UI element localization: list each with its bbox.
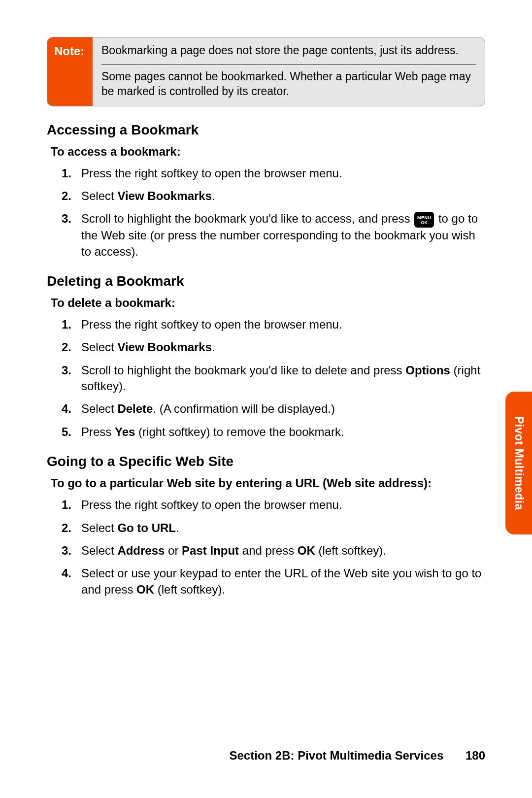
note-label: Note:: [47, 37, 93, 106]
step-text: Press: [81, 425, 115, 438]
step-text: Select: [81, 521, 117, 534]
note-divider: [101, 64, 476, 65]
list-item: 3.Select Address or Past Input and press…: [81, 543, 485, 559]
note-content: Bookmarking a page does not store the pa…: [93, 37, 485, 106]
step-bold: Yes: [115, 425, 135, 438]
subheading-going: To go to a particular Web site by enteri…: [51, 476, 485, 490]
steps-going: 1.Press the right softkey to open the br…: [47, 497, 485, 598]
step-text: or: [165, 544, 182, 557]
subheading-deleting: To delete a bookmark:: [51, 296, 485, 310]
step-text: Scroll to highlight the bookmark you'd l…: [81, 212, 413, 225]
step-text: (left softkey).: [154, 583, 225, 596]
list-item: 4.Select or use your keypad to enter the…: [81, 565, 485, 598]
step-bold: Delete: [117, 402, 153, 415]
step-bold: Past Input: [182, 544, 239, 557]
step-text: .: [176, 521, 179, 534]
icon-line1: MENU: [417, 216, 432, 220]
page-content: Note: Bookmarking a page does not store …: [0, 0, 532, 598]
footer: Section 2B: Pivot Multimedia Services 18…: [229, 749, 485, 763]
step-bold: View Bookmarks: [117, 340, 212, 354]
step-text: Select: [81, 402, 117, 415]
list-item: 4.Select Delete. (A confirmation will be…: [81, 401, 485, 417]
step-text: Press the right softkey to open the brow…: [81, 166, 342, 180]
list-item: 1.Press the right softkey to open the br…: [81, 497, 485, 513]
step-text: Press the right softkey to open the brow…: [81, 498, 342, 511]
step-text: Scroll to highlight the bookmark you'd l…: [81, 364, 405, 377]
step-bold: Address: [117, 544, 165, 557]
note-text-2: Some pages cannot be bookmarked. Whether…: [101, 69, 476, 99]
step-text: Select: [81, 544, 117, 557]
step-text: Select: [81, 189, 117, 202]
list-item: 3.Scroll to highlight the bookmark you'd…: [81, 363, 485, 395]
note-text-1: Bookmarking a page does not store the pa…: [101, 43, 476, 58]
list-item: 2.Select View Bookmarks.: [81, 339, 485, 355]
subheading-accessing: To access a bookmark:: [51, 145, 485, 159]
side-tab: Pivot Multimedia: [505, 392, 532, 534]
step-text: Select: [81, 340, 117, 354]
footer-section: Section 2B: Pivot Multimedia Services: [229, 749, 443, 762]
page-number: 180: [466, 749, 485, 762]
step-text: and press: [239, 544, 298, 557]
steps-deleting: 1.Press the right softkey to open the br…: [47, 317, 485, 440]
list-item: 1.Press the right softkey to open the br…: [81, 166, 485, 181]
step-bold: Options: [405, 364, 450, 377]
step-text: (right softkey) to remove the bookmark.: [135, 425, 344, 438]
list-item: 2.Select View Bookmarks.: [81, 188, 485, 204]
heading-accessing: Accessing a Bookmark: [47, 122, 485, 138]
step-bold: OK: [298, 544, 315, 557]
list-item: 3.Scroll to highlight the bookmark you'd…: [81, 211, 485, 259]
list-item: 5.Press Yes (right softkey) to remove th…: [81, 424, 485, 440]
steps-accessing: 1.Press the right softkey to open the br…: [47, 166, 485, 260]
step-text: . (A confirmation will be displayed.): [153, 402, 335, 415]
step-text: (left softkey).: [315, 544, 386, 557]
step-text: .: [212, 189, 215, 202]
step-bold: View Bookmarks: [117, 189, 212, 202]
list-item: 2.Select Go to URL.: [81, 520, 485, 536]
step-text: .: [212, 340, 215, 354]
step-bold: Go to URL: [117, 521, 176, 534]
step-bold: OK: [136, 583, 154, 596]
list-item: 1.Press the right softkey to open the br…: [81, 317, 485, 332]
heading-deleting: Deleting a Bookmark: [47, 273, 485, 289]
step-text: Press the right softkey to open the brow…: [81, 318, 342, 331]
icon-line2: OK: [421, 221, 428, 225]
menu-ok-icon: MENUOK: [414, 212, 434, 228]
heading-going: Going to a Specific Web Site: [47, 454, 485, 469]
note-box: Note: Bookmarking a page does not store …: [47, 37, 485, 106]
